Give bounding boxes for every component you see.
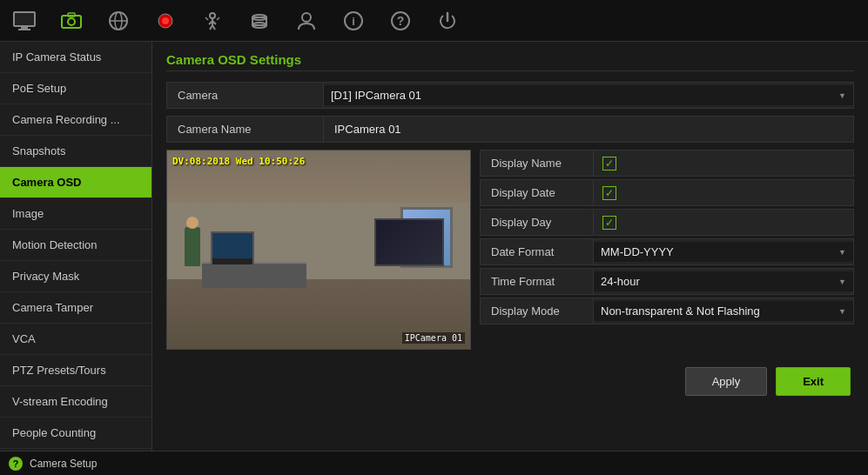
camera-name-value: IPCamera 01	[324, 117, 853, 142]
cam-person-head	[186, 217, 198, 229]
main-container: IP Camera Status PoE Setup Camera Record…	[0, 42, 868, 451]
display-date-value	[594, 182, 853, 204]
display-name-label: Display Name	[481, 151, 594, 176]
help-circle-icon: ?	[9, 457, 23, 471]
date-format-label: Date Format	[481, 239, 594, 264]
user-icon[interactable]	[291, 5, 322, 37]
camera-preview: DV:08:2018 Wed 10:50:26 IPCamera 01	[166, 150, 471, 350]
display-day-label: Display Day	[481, 210, 594, 235]
time-format-select-wrapper[interactable]: 24-hour 12-hour	[594, 271, 853, 291]
svg-rect-1	[21, 26, 28, 29]
bottom-bar: ? Camera Setup	[0, 451, 868, 475]
record-icon[interactable]	[150, 5, 181, 37]
display-day-checkbox[interactable]	[602, 216, 616, 230]
display-mode-row: Display Mode Non-transparent & Not Flash…	[480, 298, 854, 324]
network-icon[interactable]	[103, 5, 134, 37]
svg-line-19	[217, 17, 219, 20]
svg-text:i: i	[352, 15, 355, 28]
date-format-select-wrapper[interactable]: MM-DD-YYYY DD-MM-YYYY YYYY-MM-DD	[594, 242, 853, 262]
exit-button[interactable]: Exit	[776, 367, 851, 396]
camera-row: Camera [D1] IPCamera 01	[166, 82, 854, 109]
svg-rect-2	[18, 29, 30, 30]
middle-section: DV:08:2018 Wed 10:50:26 IPCamera 01 Disp…	[166, 150, 854, 350]
display-date-row: Display Date	[480, 179, 854, 206]
svg-rect-3	[15, 13, 34, 25]
display-name-row: Display Name	[480, 150, 854, 177]
display-name-checkbox[interactable]	[602, 157, 616, 171]
svg-line-18	[205, 17, 208, 20]
apply-button[interactable]: Apply	[685, 367, 768, 396]
camera-preview-label: IPCamera 01	[402, 332, 465, 344]
sidebar-item-vca[interactable]: VCA	[0, 324, 151, 355]
time-format-select[interactable]: 24-hour 12-hour	[601, 275, 846, 288]
display-day-value	[594, 211, 853, 234]
power-icon[interactable]	[432, 5, 463, 37]
date-format-select[interactable]: MM-DD-YYYY DD-MM-YYYY YYYY-MM-DD	[601, 245, 846, 258]
camera-settings-icon[interactable]	[56, 5, 87, 37]
svg-point-23	[302, 13, 311, 22]
svg-point-5	[68, 18, 75, 25]
svg-line-17	[212, 25, 215, 30]
osd-settings-panel: Display Name Display Date Display Day	[480, 150, 854, 350]
camera-preview-overlay: DV:08:2018 Wed 10:50:26	[172, 156, 305, 167]
action-buttons: Apply Exit	[166, 367, 854, 396]
camera-name-label: Camera Name	[167, 117, 324, 142]
cam-person	[185, 227, 200, 266]
display-date-label: Display Date	[481, 180, 594, 205]
display-mode-select[interactable]: Non-transparent & Not Flashing Transpare…	[601, 304, 846, 318]
sidebar-item-camera-recording[interactable]: Camera Recording ...	[0, 104, 151, 136]
camera-label: Camera	[167, 83, 324, 108]
cam-monitor	[211, 231, 254, 266]
camera-name-row: Camera Name IPCamera 01	[166, 116, 854, 143]
sidebar-item-people-counting[interactable]: People Counting	[0, 418, 151, 449]
time-format-row: Time Format 24-hour 12-hour	[480, 268, 854, 295]
sidebar-item-camera-tamper[interactable]: Camera Tamper	[0, 292, 151, 324]
display-date-checkbox[interactable]	[602, 186, 616, 200]
content-area: Camera OSD Settings Camera [D1] IPCamera…	[152, 42, 868, 451]
camera-select-wrapper[interactable]: [D1] IPCamera 01	[324, 85, 853, 105]
svg-text:?: ?	[397, 14, 405, 28]
live-view-icon[interactable]	[9, 5, 40, 37]
sidebar-item-camera-osd[interactable]: Camera OSD	[0, 167, 151, 198]
sidebar-item-privacy-mask[interactable]: Privacy Mask	[0, 261, 151, 292]
sidebar-item-image[interactable]: Image	[0, 198, 151, 230]
help-icon[interactable]: ?	[385, 5, 416, 37]
display-mode-label: Display Mode	[481, 298, 594, 324]
date-format-row: Date Format MM-DD-YYYY DD-MM-YYYY YYYY-M…	[480, 238, 854, 265]
display-day-row: Display Day	[480, 209, 854, 236]
info-icon[interactable]: i	[338, 5, 369, 37]
sidebar-item-ptz-presets[interactable]: PTZ Presets/Tours	[0, 355, 151, 386]
sidebar-item-vstream[interactable]: V-stream Encoding	[0, 386, 151, 418]
svg-point-12	[210, 13, 215, 18]
motion-icon[interactable]	[197, 5, 228, 37]
cam-tv	[374, 218, 444, 266]
top-toolbar: i ?	[0, 0, 868, 42]
camera-select[interactable]: [D1] IPCamera 01	[331, 89, 846, 102]
cam-tv-screen	[376, 220, 442, 264]
time-format-label: Time Format	[481, 269, 594, 294]
sidebar-item-snapshots[interactable]: Snapshots	[0, 136, 151, 167]
display-name-value	[594, 152, 853, 175]
sidebar: IP Camera Status PoE Setup Camera Record…	[0, 42, 152, 451]
bottom-title: Camera Setup	[30, 458, 97, 470]
sidebar-item-ip-camera-status[interactable]: IP Camera Status	[0, 42, 151, 73]
camera-bg	[167, 151, 470, 349]
storage-icon[interactable]	[244, 5, 275, 37]
cam-monitor-screen	[212, 233, 252, 258]
svg-point-11	[162, 17, 169, 24]
display-mode-select-wrapper[interactable]: Non-transparent & Not Flashing Transpare…	[594, 301, 853, 321]
sidebar-item-motion-detection[interactable]: Motion Detection	[0, 230, 151, 261]
sidebar-item-poe-setup[interactable]: PoE Setup	[0, 73, 151, 104]
page-title: Camera OSD Settings	[166, 52, 854, 71]
